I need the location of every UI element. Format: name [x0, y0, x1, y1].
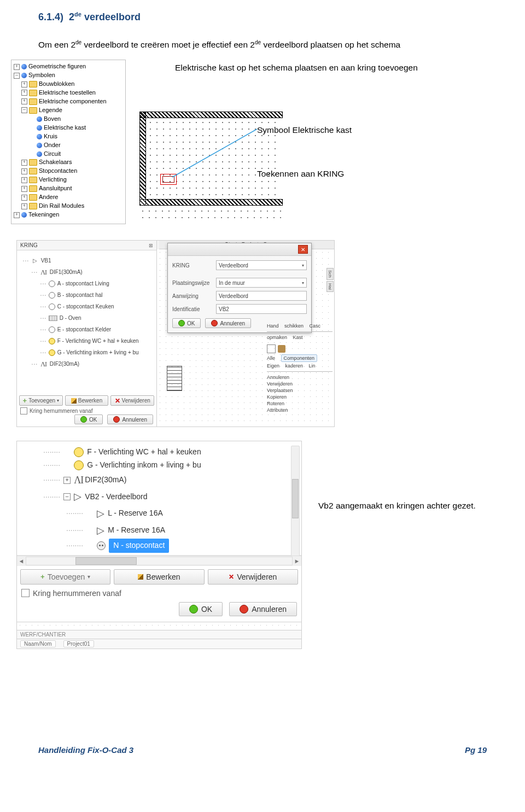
dialog-field[interactable]: Verdeelbord▾ — [216, 260, 307, 270]
socket-icon — [97, 541, 106, 550]
tree-label: Din Rail Modules — [39, 202, 84, 211]
dialog-field[interactable]: VB2 — [216, 304, 307, 314]
folder-icon — [29, 159, 37, 166]
kring-collapse-icon[interactable]: ⊠ — [149, 243, 153, 248]
ribbon-action[interactable]: Annuleren — [267, 374, 332, 381]
vertical-scrollbar[interactable] — [291, 446, 300, 556]
tree-label: Verlichting — [39, 176, 67, 184]
ok-button[interactable]: OK — [74, 414, 103, 424]
hernummer-checkbox[interactable]: Kring hernummeren vanaf — [20, 407, 93, 414]
expand-icon[interactable]: + — [21, 90, 27, 96]
kring-item[interactable]: ···D - Oven — [19, 312, 154, 324]
expand-icon[interactable]: – — [63, 493, 71, 500]
ribbon-action[interactable]: Verwijderen — [267, 381, 332, 387]
expand-icon[interactable]: + — [21, 160, 27, 166]
tree-item[interactable]: +Elektrische componenten — [14, 97, 123, 106]
kring-item[interactable]: ···▷VB1 — [19, 255, 154, 266]
tree-item[interactable]: +Verlichting — [14, 176, 123, 184]
tree-item[interactable]: +Tekeningen — [14, 211, 123, 219]
naam-field[interactable]: Naam/Nom — [20, 640, 56, 647]
kring-item[interactable]: ···ΛΙDIF2(30mA) — [19, 358, 154, 370]
tree-item[interactable]: +Schakelaars — [14, 158, 123, 167]
kring-item[interactable]: ···A - stopcontact Living — [19, 278, 154, 289]
folder-icon — [29, 98, 37, 105]
wall-top — [139, 112, 283, 118]
dialog-field[interactable]: Verdeelbord — [216, 291, 307, 301]
sidetab-1[interactable]: Sch — [326, 268, 334, 280]
hernummer-checkbox-3[interactable]: Kring hernummeren vanaf — [17, 588, 301, 602]
dialog-field[interactable]: In de muur▾ — [216, 278, 307, 288]
tree-item[interactable]: –Symbolen — [14, 71, 123, 80]
expand-icon[interactable]: + — [21, 98, 27, 104]
selected-item[interactable]: N - stopcontact — [109, 539, 169, 553]
node-icon — [37, 125, 42, 131]
node-icon — [21, 64, 27, 69]
dialog-close-icon[interactable]: ✕ — [298, 245, 308, 254]
expand-icon[interactable]: + — [21, 81, 27, 87]
expand-icon[interactable]: + — [21, 195, 27, 201]
verwijderen-button[interactable]: ✕Verwijderen — [110, 395, 154, 406]
section-heading: 6.1.4) 2de verdeelbord — [38, 11, 487, 23]
kring-item-large[interactable]: ········F - Verlichting WC + hal + keuke… — [20, 446, 298, 459]
expand-icon[interactable]: + — [14, 64, 20, 70]
kring-item-large[interactable]: ········+ΛΙDIF2(30mA) — [20, 472, 298, 489]
bewerken-button[interactable]: Bewerken — [65, 395, 109, 406]
tree-item[interactable]: +Andere — [14, 193, 123, 202]
kring-item-large[interactable]: ········N - stopcontact — [20, 539, 298, 553]
kring-item[interactable]: ···E - stopcontact Kelder — [19, 324, 154, 335]
tree-item[interactable]: Kruis — [14, 132, 123, 141]
annuleren-button-3[interactable]: Annuleren — [229, 602, 297, 616]
kring-item-large[interactable]: ········▷M - Reserve 16A — [20, 522, 298, 539]
tree-item[interactable]: Onder — [14, 141, 123, 150]
node-icon — [37, 134, 42, 139]
floorplan-drawing — [139, 112, 287, 221]
expand-icon[interactable]: + — [21, 203, 27, 209]
caption-vb2: Vb2 aangemaakt en kringen achter gezet. — [318, 501, 487, 511]
tree-item[interactable]: +Stopcontacten — [14, 167, 123, 176]
tree-item[interactable]: +Elektrische toestellen — [14, 89, 123, 97]
horizontal-scrollbar[interactable]: ◄► — [17, 556, 301, 566]
screenshot-1: +Geometrische figuren–Symbolen+Bouwblokk… — [38, 60, 487, 235]
tree-item[interactable]: +Bouwblokken — [14, 80, 123, 89]
expand-icon[interactable]: + — [14, 212, 20, 218]
kring-item[interactable]: ···C - stopcontact Keuken — [19, 301, 154, 312]
ribbon-action[interactable]: Kopieren — [267, 394, 332, 400]
kring-panel: KRING ⊠ ···▷VB1···ΛΙDIF1(300mA)···A - st… — [17, 241, 157, 427]
expand-icon[interactable]: + — [63, 477, 71, 484]
vb2-symbol-on-canvas[interactable] — [167, 366, 182, 391]
expand-icon[interactable]: – — [14, 73, 20, 79]
sidetab-2[interactable]: Hal — [326, 281, 334, 292]
dialog-cancel-button[interactable]: Annuleren — [205, 318, 251, 328]
toevoegen-button[interactable]: +Toevoegen▾ — [19, 395, 63, 406]
tree-item[interactable]: –Legende — [14, 106, 123, 115]
kring-item[interactable]: ···ΛΙDIF1(300mA) — [19, 266, 154, 278]
annuleren-button[interactable]: Annuleren — [107, 414, 153, 424]
kring-item[interactable]: ···G - Verlichting inkom + living + bu — [19, 347, 154, 358]
expand-icon[interactable]: + — [21, 168, 27, 174]
ribbon-action[interactable]: Verplaatsen — [267, 387, 332, 394]
tree-item[interactable]: Boven — [14, 115, 123, 124]
bewerken-button-3[interactable]: Bewerken — [114, 569, 204, 585]
kring-item-large[interactable]: ········G - Verlichting inkom + living +… — [20, 459, 298, 472]
tree-item[interactable]: Elektrische kast — [14, 124, 123, 132]
dialog-ok-button[interactable]: OK — [172, 318, 201, 328]
kring-item[interactable]: ···F - Verlichting WC + hal + keuken — [19, 335, 154, 347]
ribbon-action[interactable]: Attributen — [267, 407, 332, 413]
kring-item-large[interactable]: ········–▷VB2 - Verdeelbord — [20, 488, 298, 505]
tree-item[interactable]: +Aansluitpunt — [14, 184, 123, 193]
project-field[interactable]: Project01 — [63, 640, 94, 647]
tree-item[interactable]: +Din Rail Modules — [14, 202, 123, 211]
kring-item-large[interactable]: ········▷L - Reserve 16A — [20, 505, 298, 522]
kring-item[interactable]: ···B - stopcontact hal — [19, 289, 154, 301]
kring-item-label: D - Oven — [60, 314, 81, 322]
toevoegen-button-3[interactable]: +Toevoegen▾ — [20, 569, 110, 585]
expand-icon[interactable]: + — [21, 177, 27, 183]
tree-item[interactable]: Circuit — [14, 150, 123, 159]
ok-button-3[interactable]: OK — [179, 602, 223, 616]
expand-icon[interactable]: – — [21, 107, 27, 113]
ribbon-action[interactable]: Roteren — [267, 400, 332, 407]
folder-icon — [29, 177, 37, 183]
expand-icon[interactable]: + — [21, 186, 27, 192]
verwijderen-button-3[interactable]: ✕Verwijderen — [208, 569, 298, 585]
tree-item[interactable]: +Geometrische figuren — [14, 62, 123, 71]
